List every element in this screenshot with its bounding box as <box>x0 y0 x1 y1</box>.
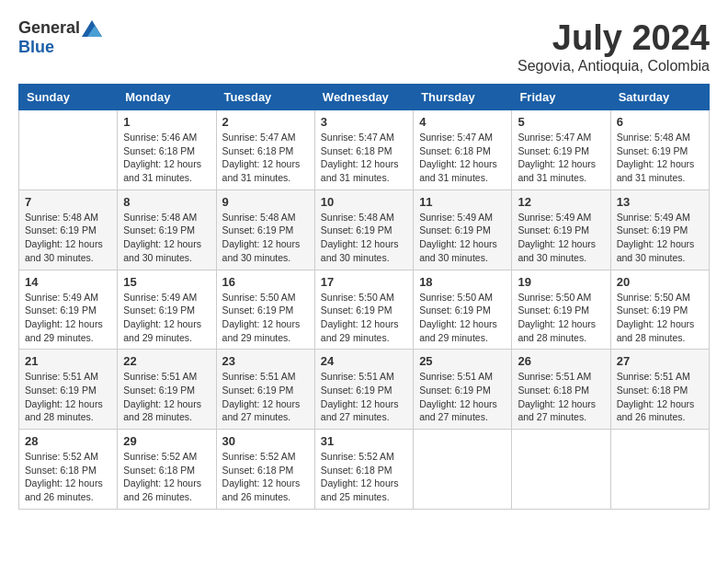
day-number: 12 <box>518 195 604 209</box>
day-info: Sunrise: 5:51 AM Sunset: 6:19 PM Dayligh… <box>25 370 111 424</box>
calendar-cell: 6Sunrise: 5:48 AM Sunset: 6:19 PM Daylig… <box>610 110 709 190</box>
title-area: July 2024 Segovia, Antioquia, Colombia <box>518 18 710 75</box>
day-number: 21 <box>25 354 111 368</box>
day-info: Sunrise: 5:49 AM Sunset: 6:19 PM Dayligh… <box>123 291 210 345</box>
calendar-cell: 12Sunrise: 5:49 AM Sunset: 6:19 PM Dayli… <box>512 190 610 270</box>
day-number: 4 <box>419 115 506 129</box>
day-info: Sunrise: 5:51 AM Sunset: 6:18 PM Dayligh… <box>617 370 703 424</box>
day-info: Sunrise: 5:50 AM Sunset: 6:19 PM Dayligh… <box>617 291 703 345</box>
day-info: Sunrise: 5:46 AM Sunset: 6:18 PM Dayligh… <box>123 131 210 185</box>
calendar-table: SundayMondayTuesdayWednesdayThursdayFrid… <box>18 84 710 510</box>
calendar-cell <box>512 430 610 510</box>
day-info: Sunrise: 5:52 AM Sunset: 6:18 PM Dayligh… <box>222 450 309 504</box>
calendar-cell: 11Sunrise: 5:49 AM Sunset: 6:19 PM Dayli… <box>414 190 512 270</box>
logo-icon <box>82 20 102 37</box>
calendar-cell: 25Sunrise: 5:51 AM Sunset: 6:19 PM Dayli… <box>414 350 512 430</box>
day-number: 6 <box>617 115 703 129</box>
day-info: Sunrise: 5:49 AM Sunset: 6:19 PM Dayligh… <box>419 211 506 265</box>
calendar-header-friday: Friday <box>512 85 610 110</box>
calendar-cell <box>414 430 512 510</box>
day-info: Sunrise: 5:48 AM Sunset: 6:19 PM Dayligh… <box>617 131 703 185</box>
day-info: Sunrise: 5:52 AM Sunset: 6:18 PM Dayligh… <box>25 450 111 504</box>
logo-blue-text: Blue <box>18 38 54 57</box>
calendar-header-row: SundayMondayTuesdayWednesdayThursdayFrid… <box>19 85 710 110</box>
calendar-cell: 9Sunrise: 5:48 AM Sunset: 6:19 PM Daylig… <box>216 190 314 270</box>
page-header: General Blue July 2024 Segovia, Antioqui… <box>18 18 710 75</box>
calendar-cell: 3Sunrise: 5:47 AM Sunset: 6:18 PM Daylig… <box>314 110 413 190</box>
day-info: Sunrise: 5:50 AM Sunset: 6:19 PM Dayligh… <box>518 291 604 345</box>
day-info: Sunrise: 5:47 AM Sunset: 6:18 PM Dayligh… <box>222 131 309 185</box>
calendar-cell: 7Sunrise: 5:48 AM Sunset: 6:19 PM Daylig… <box>19 190 118 270</box>
calendar-week-row: 14Sunrise: 5:49 AM Sunset: 6:19 PM Dayli… <box>19 270 710 350</box>
day-info: Sunrise: 5:48 AM Sunset: 6:19 PM Dayligh… <box>25 211 111 265</box>
calendar-cell: 16Sunrise: 5:50 AM Sunset: 6:19 PM Dayli… <box>216 270 314 350</box>
calendar-cell: 26Sunrise: 5:51 AM Sunset: 6:18 PM Dayli… <box>512 350 610 430</box>
calendar-cell: 30Sunrise: 5:52 AM Sunset: 6:18 PM Dayli… <box>216 430 314 510</box>
calendar-cell: 13Sunrise: 5:49 AM Sunset: 6:19 PM Dayli… <box>610 190 709 270</box>
calendar-cell: 17Sunrise: 5:50 AM Sunset: 6:19 PM Dayli… <box>314 270 413 350</box>
day-info: Sunrise: 5:49 AM Sunset: 6:19 PM Dayligh… <box>25 291 111 345</box>
day-info: Sunrise: 5:49 AM Sunset: 6:19 PM Dayligh… <box>518 211 604 265</box>
calendar-header-saturday: Saturday <box>610 85 709 110</box>
calendar-cell: 2Sunrise: 5:47 AM Sunset: 6:18 PM Daylig… <box>216 110 314 190</box>
calendar-cell <box>610 430 709 510</box>
calendar-cell: 5Sunrise: 5:47 AM Sunset: 6:19 PM Daylig… <box>512 110 610 190</box>
calendar-header-thursday: Thursday <box>414 85 512 110</box>
day-number: 26 <box>518 354 604 368</box>
calendar-cell <box>19 110 118 190</box>
calendar-cell: 14Sunrise: 5:49 AM Sunset: 6:19 PM Dayli… <box>19 270 118 350</box>
day-info: Sunrise: 5:48 AM Sunset: 6:19 PM Dayligh… <box>222 211 309 265</box>
day-number: 17 <box>321 275 407 289</box>
day-info: Sunrise: 5:50 AM Sunset: 6:19 PM Dayligh… <box>222 291 309 345</box>
day-number: 5 <box>518 115 604 129</box>
day-info: Sunrise: 5:47 AM Sunset: 6:19 PM Dayligh… <box>518 131 604 185</box>
calendar-header-tuesday: Tuesday <box>216 85 314 110</box>
calendar-header-monday: Monday <box>118 85 216 110</box>
day-info: Sunrise: 5:50 AM Sunset: 6:19 PM Dayligh… <box>419 291 506 345</box>
day-number: 2 <box>222 115 309 129</box>
day-number: 22 <box>123 354 210 368</box>
calendar-week-row: 28Sunrise: 5:52 AM Sunset: 6:18 PM Dayli… <box>19 430 710 510</box>
calendar-cell: 22Sunrise: 5:51 AM Sunset: 6:19 PM Dayli… <box>118 350 216 430</box>
day-info: Sunrise: 5:51 AM Sunset: 6:18 PM Dayligh… <box>518 370 604 424</box>
calendar-week-row: 21Sunrise: 5:51 AM Sunset: 6:19 PM Dayli… <box>19 350 710 430</box>
day-number: 23 <box>222 354 309 368</box>
day-info: Sunrise: 5:47 AM Sunset: 6:18 PM Dayligh… <box>419 131 506 185</box>
day-number: 3 <box>321 115 407 129</box>
day-number: 24 <box>321 354 407 368</box>
day-info: Sunrise: 5:51 AM Sunset: 6:19 PM Dayligh… <box>419 370 506 424</box>
day-info: Sunrise: 5:48 AM Sunset: 6:19 PM Dayligh… <box>123 211 210 265</box>
calendar-header-wednesday: Wednesday <box>314 85 413 110</box>
day-info: Sunrise: 5:48 AM Sunset: 6:19 PM Dayligh… <box>321 211 407 265</box>
calendar-cell: 31Sunrise: 5:52 AM Sunset: 6:18 PM Dayli… <box>314 430 413 510</box>
day-number: 31 <box>321 434 407 448</box>
day-number: 20 <box>617 275 703 289</box>
location-subtitle: Segovia, Antioquia, Colombia <box>518 58 710 75</box>
calendar-cell: 10Sunrise: 5:48 AM Sunset: 6:19 PM Dayli… <box>314 190 413 270</box>
calendar-cell: 24Sunrise: 5:51 AM Sunset: 6:19 PM Dayli… <box>314 350 413 430</box>
day-number: 14 <box>25 275 111 289</box>
day-info: Sunrise: 5:51 AM Sunset: 6:19 PM Dayligh… <box>321 370 407 424</box>
day-number: 7 <box>25 195 111 209</box>
day-number: 11 <box>419 195 506 209</box>
calendar-cell: 21Sunrise: 5:51 AM Sunset: 6:19 PM Dayli… <box>19 350 118 430</box>
day-number: 28 <box>25 434 111 448</box>
day-number: 18 <box>419 275 506 289</box>
day-number: 13 <box>617 195 703 209</box>
calendar-header-sunday: Sunday <box>19 85 118 110</box>
logo: General Blue <box>18 18 102 57</box>
day-number: 29 <box>123 434 210 448</box>
calendar-cell: 19Sunrise: 5:50 AM Sunset: 6:19 PM Dayli… <box>512 270 610 350</box>
day-number: 27 <box>617 354 703 368</box>
day-info: Sunrise: 5:51 AM Sunset: 6:19 PM Dayligh… <box>123 370 210 424</box>
calendar-week-row: 1Sunrise: 5:46 AM Sunset: 6:18 PM Daylig… <box>19 110 710 190</box>
calendar-cell: 4Sunrise: 5:47 AM Sunset: 6:18 PM Daylig… <box>414 110 512 190</box>
day-number: 15 <box>123 275 210 289</box>
calendar-cell: 20Sunrise: 5:50 AM Sunset: 6:19 PM Dayli… <box>610 270 709 350</box>
day-info: Sunrise: 5:47 AM Sunset: 6:18 PM Dayligh… <box>321 131 407 185</box>
month-year-title: July 2024 <box>518 18 710 58</box>
calendar-cell: 28Sunrise: 5:52 AM Sunset: 6:18 PM Dayli… <box>19 430 118 510</box>
calendar-cell: 29Sunrise: 5:52 AM Sunset: 6:18 PM Dayli… <box>118 430 216 510</box>
day-info: Sunrise: 5:52 AM Sunset: 6:18 PM Dayligh… <box>123 450 210 504</box>
calendar-cell: 18Sunrise: 5:50 AM Sunset: 6:19 PM Dayli… <box>414 270 512 350</box>
